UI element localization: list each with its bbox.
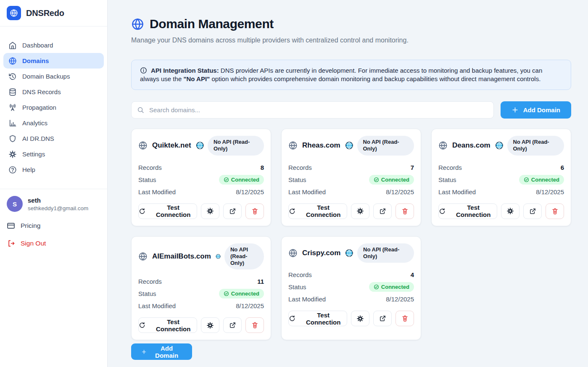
test-connection-button[interactable]: Test Connection xyxy=(438,203,497,219)
gear-icon xyxy=(8,150,17,158)
last-modified-value: 8/12/2025 xyxy=(236,188,264,195)
test-connection-button[interactable]: Test Connection xyxy=(138,317,197,333)
history-icon xyxy=(8,72,17,81)
gear-icon xyxy=(506,207,514,215)
gear-icon xyxy=(206,207,214,215)
delete-domain-button[interactable] xyxy=(245,203,264,219)
sidebar-item-label: Help xyxy=(22,166,35,173)
database-icon xyxy=(8,88,17,96)
sign-out-label: Sign Out xyxy=(21,240,46,247)
trash-icon xyxy=(551,208,559,215)
sidebar-item-ai-dr-dns[interactable]: AI DR.DNS xyxy=(3,131,104,146)
check-circle-icon xyxy=(374,177,379,182)
banner-text: API Integration Status: DNS provider API… xyxy=(140,66,562,83)
external-link-icon xyxy=(379,208,386,215)
domain-card: AIEmailBots.com No API (Read-Only) Recor… xyxy=(131,236,271,341)
external-link-icon xyxy=(379,315,386,322)
domain-settings-button[interactable] xyxy=(201,203,219,219)
sidebar-item-label: AI DR.DNS xyxy=(22,135,54,142)
sidebar-item-propagation[interactable]: Propagation xyxy=(3,100,104,115)
main-content: Domain Management Manage your DNS domain… xyxy=(108,0,588,367)
refresh-icon xyxy=(139,208,145,215)
api-mode-badge: No API (Read-Only) xyxy=(357,243,414,263)
trash-icon xyxy=(401,315,409,322)
open-domain-button[interactable] xyxy=(223,203,242,219)
antenna-icon xyxy=(8,103,17,112)
card-actions: Test Connection xyxy=(288,311,414,326)
status-badge: Connected xyxy=(219,289,264,298)
open-domain-button[interactable] xyxy=(523,203,542,219)
sidebar-item-label: Domains xyxy=(22,57,49,64)
card-actions: Test Connection xyxy=(138,203,264,219)
globe-icon xyxy=(138,141,148,150)
api-status-banner: API Integration Status: DNS provider API… xyxy=(131,60,571,90)
add-domain-label: Add Domain xyxy=(151,345,182,359)
card-details: Records7 StatusConnected Last Modified8/… xyxy=(288,161,414,198)
external-link-icon xyxy=(229,208,236,215)
open-domain-button[interactable] xyxy=(373,203,392,219)
card-details: Records4 StatusConnected Last Modified8/… xyxy=(288,269,414,305)
add-domain-button[interactable]: Add Domain xyxy=(501,101,571,119)
page-subtitle: Manage your DNS domains across multiple … xyxy=(131,37,571,44)
sign-out-button[interactable]: Sign Out xyxy=(7,239,100,248)
api-mode-badge: No API (Read-Only) xyxy=(208,136,264,156)
sidebar-item-label: DNS Records xyxy=(22,88,61,95)
domain-settings-button[interactable] xyxy=(351,311,369,326)
sidebar: DNSRedo Dashboard Domains Domain Backups… xyxy=(0,0,108,367)
open-domain-button[interactable] xyxy=(223,317,242,333)
globe-icon xyxy=(7,6,21,20)
domain-card: Rheas.com No API (Read-Only) Records7 St… xyxy=(281,129,421,226)
domain-settings-button[interactable] xyxy=(201,317,219,333)
sidebar-item-domains[interactable]: Domains xyxy=(3,53,104,69)
test-connection-button[interactable]: Test Connection xyxy=(288,203,347,219)
status-badge: Connected xyxy=(369,175,414,185)
sidebar-item-help[interactable]: Help xyxy=(3,162,104,177)
delete-domain-button[interactable] xyxy=(546,203,564,219)
status-label: Status xyxy=(288,176,306,183)
app-name: DNSRedo xyxy=(26,8,64,18)
gear-icon xyxy=(356,315,364,322)
trash-icon xyxy=(401,208,409,215)
domain-card: Crispy.com No API (Read-Only) Records4 S… xyxy=(281,236,421,341)
app-root: DNSRedo Dashboard Domains Domain Backups… xyxy=(0,0,588,367)
sidebar-item-domain-backups[interactable]: Domain Backups xyxy=(3,69,104,84)
records-label: Records xyxy=(288,164,312,171)
domain-settings-button[interactable] xyxy=(501,203,519,219)
test-connection-button[interactable]: Test Connection xyxy=(288,311,347,326)
user-profile[interactable]: S seth sethkeddy1@gmail.com xyxy=(7,196,100,212)
last-modified-label: Last Modified xyxy=(438,188,476,195)
delete-domain-button[interactable] xyxy=(396,311,414,326)
info-icon xyxy=(140,67,147,74)
refresh-icon xyxy=(289,315,295,322)
search-input[interactable] xyxy=(131,101,494,119)
domain-card: Deans.com No API (Read-Only) Records6 St… xyxy=(431,129,571,226)
open-domain-button[interactable] xyxy=(373,311,392,326)
banner-segment: option which provides comprehensive doma… xyxy=(210,75,541,82)
sidebar-item-label: Analytics xyxy=(22,119,47,127)
app-logo[interactable]: DNSRedo xyxy=(0,0,107,26)
delete-domain-button[interactable] xyxy=(245,317,264,333)
sidebar-footer: S seth sethkeddy1@gmail.com Pricing Sign… xyxy=(0,189,107,248)
refresh-icon xyxy=(289,208,295,215)
sidebar-item-dns-records[interactable]: DNS Records xyxy=(3,84,104,100)
banner-lead: API Integration Status: xyxy=(151,67,219,74)
sidebar-item-pricing[interactable]: Pricing xyxy=(7,222,100,230)
check-circle-icon xyxy=(524,177,529,182)
toolbar: Add Domain xyxy=(131,101,571,119)
status-label: Status xyxy=(288,283,306,290)
delete-domain-button[interactable] xyxy=(396,203,414,219)
records-label: Records xyxy=(288,271,312,278)
sidebar-item-settings[interactable]: Settings xyxy=(3,146,104,162)
domain-settings-button[interactable] xyxy=(351,203,369,219)
test-connection-button[interactable]: Test Connection xyxy=(138,203,197,219)
card-header: AIEmailBots.com No API (Read-Only) xyxy=(138,243,264,270)
status-badge: Connected xyxy=(219,175,264,185)
plus-icon xyxy=(141,349,147,355)
add-domain-button-bottom[interactable]: Add Domain xyxy=(131,343,192,360)
card-details: Records11 StatusConnected Last Modified8… xyxy=(138,275,264,312)
sidebar-item-dashboard[interactable]: Dashboard xyxy=(3,37,104,53)
api-mode-badge: No API (Read-Only) xyxy=(357,136,414,156)
sidebar-item-analytics[interactable]: Analytics xyxy=(3,115,104,131)
last-modified-value: 8/12/2025 xyxy=(536,188,564,195)
card-header: Rheas.com No API (Read-Only) xyxy=(288,136,414,156)
